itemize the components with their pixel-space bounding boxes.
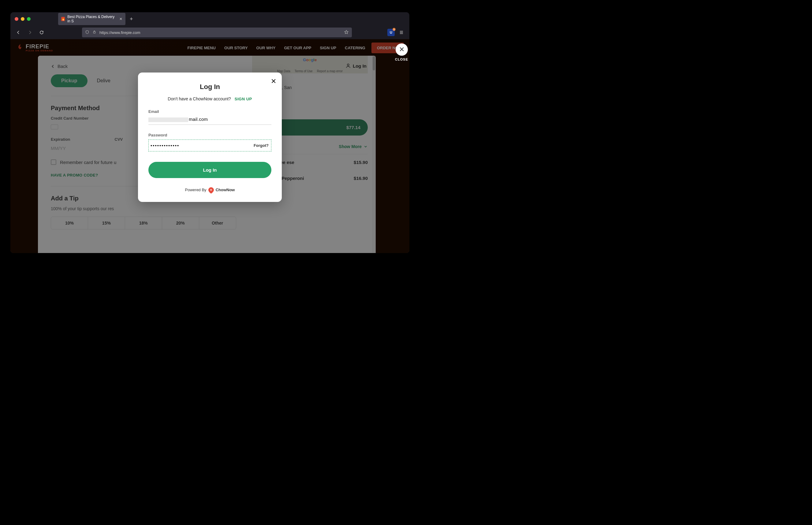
window-controls (15, 17, 31, 21)
close-overlay-button[interactable]: ✕ CLOSE (395, 43, 408, 61)
favicon-icon: 🔥 (61, 17, 65, 21)
tab-title: Best Pizza Places & Delivery in S (67, 15, 115, 23)
new-tab-button[interactable]: + (130, 16, 133, 22)
redacted-text (148, 118, 188, 122)
menu-button[interactable] (396, 28, 406, 37)
shield-icon (85, 30, 89, 35)
browser-window: 🔥 Best Pizza Places & Delivery in S ✕ + … (11, 12, 409, 253)
url-text: https://www.firepie.com (100, 30, 140, 35)
lock-icon (92, 30, 96, 35)
reload-button[interactable] (37, 28, 46, 37)
close-icon: ✕ (395, 43, 408, 56)
maximize-window-button[interactable] (27, 17, 31, 21)
page-content: FIREPIE PIZZA ON DEMAND FIREPIE MENU OUR… (11, 39, 409, 253)
back-button[interactable] (13, 28, 23, 37)
password-input-wrap: Forgot? (148, 139, 271, 151)
chownow-icon (207, 186, 215, 194)
extension-badge[interactable]: U (387, 29, 395, 36)
email-field: Email mail.com (148, 109, 271, 125)
forward-button[interactable] (25, 28, 35, 37)
modal-title: Log In (148, 83, 271, 91)
chownow-brand: ChowNow (216, 188, 235, 192)
toolbar: https://www.firepie.com U (11, 26, 409, 39)
login-submit-button[interactable]: Log In (148, 162, 271, 178)
powered-by: Powered By ChowNow (148, 187, 271, 193)
password-label: Password (148, 133, 167, 137)
forgot-link[interactable]: Forgot? (254, 143, 269, 148)
close-label: CLOSE (395, 58, 408, 61)
password-input[interactable] (151, 140, 269, 151)
email-label: Email (148, 109, 159, 114)
close-window-button[interactable] (15, 17, 18, 21)
modal-close-button[interactable]: ✕ (271, 77, 276, 85)
titlebar: 🔥 Best Pizza Places & Delivery in S ✕ + (11, 12, 409, 26)
bookmark-star-icon[interactable] (344, 30, 349, 35)
minimize-window-button[interactable] (21, 17, 25, 21)
tab-close-icon[interactable]: ✕ (119, 17, 122, 21)
email-input[interactable]: mail.com (148, 114, 271, 125)
signup-link[interactable]: SIGN UP (235, 97, 252, 101)
login-modal: ✕ Log In Don't have a ChowNow account? S… (138, 73, 282, 202)
browser-tab[interactable]: 🔥 Best Pizza Places & Delivery in S ✕ (58, 13, 125, 25)
url-bar[interactable]: https://www.firepie.com (82, 28, 352, 37)
svg-rect-0 (93, 32, 95, 33)
modal-subtext: Don't have a ChowNow account? SIGN UP (148, 96, 271, 101)
password-field: Password Forgot? (148, 132, 271, 151)
